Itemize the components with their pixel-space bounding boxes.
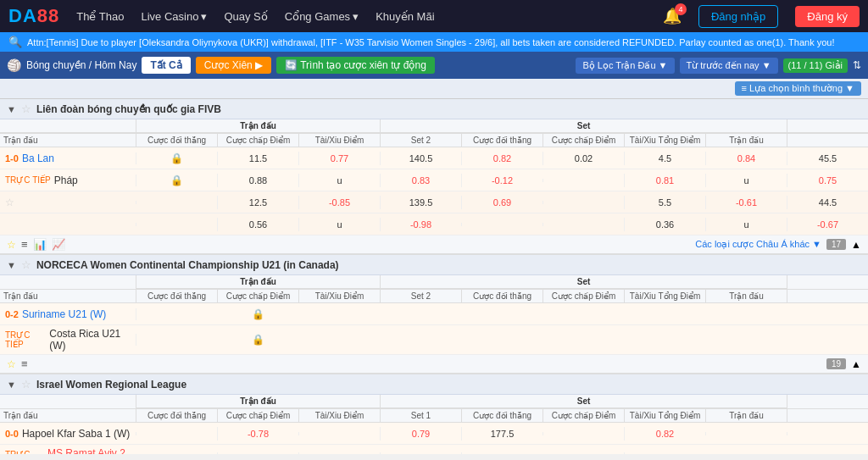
odds-v4-r4[interactable]: -0.98 <box>380 218 461 231</box>
col-empty-n <box>0 275 136 289</box>
footer-graph-icon-n[interactable]: ≡ <box>21 357 28 370</box>
nav-khuyen-mai[interactable]: Khuyến Mãi <box>376 10 434 23</box>
team2-name-i[interactable]: MS Ramat Aviv 2 (W) <box>47 447 131 454</box>
nav-quay-so[interactable]: Quay Số <box>224 10 267 23</box>
sub-tran-dau: Trận đấu <box>0 134 136 147</box>
match-row-costarica: TRỰC TIẾP Costa Rica U21 (W) 🔒 <box>0 325 868 355</box>
odds-v7-r1[interactable]: 4.5 <box>624 152 705 165</box>
odds-v3-i2[interactable]: 7.5 <box>298 452 380 454</box>
notification-bell[interactable]: 🔔 4 <box>663 7 682 25</box>
register-button[interactable]: Đăng ký <box>795 6 860 27</box>
sort-icon: ⇅ <box>853 59 861 71</box>
odds-v9-r1[interactable]: 45.5 <box>787 152 868 165</box>
odds-v5-i1[interactable]: 177.5 <box>461 427 542 441</box>
odds-v7-r3[interactable]: 5.5 <box>624 196 705 209</box>
league-name-israel: Israel Women Regional League <box>36 379 186 391</box>
odds-v8-r1[interactable]: 0.84 <box>705 152 787 165</box>
sub-tai-xiu-diem: Tài/Xiu Điểm <box>298 134 380 147</box>
odds-v4-r3[interactable]: 139.5 <box>380 196 461 209</box>
arrow-norceca[interactable]: ▲ <box>851 358 861 370</box>
league-star-fivb[interactable]: ☆ <box>21 103 31 115</box>
odds-v2-r3[interactable]: 12.5 <box>217 196 298 209</box>
odds-v5-r1[interactable]: 0.82 <box>461 152 542 165</box>
league-toggle-norceca[interactable]: ▼ <box>7 260 16 270</box>
match-row-3: ☆ 12.5 -0.85 139.5 0.69 5.5 -0.61 44.5 <box>0 191 868 213</box>
filter-tran-dau[interactable]: Bộ Lọc Trận Đấu ▼ <box>576 58 674 74</box>
odds-v2-r1[interactable]: 11.5 <box>217 152 298 165</box>
odds-v7-i2[interactable]: 0.79 <box>624 452 705 454</box>
more-bets-label[interactable]: Các loại cược Châu Á khác ▼ <box>695 239 821 250</box>
footer-chart-icon[interactable]: 📊 <box>33 238 47 251</box>
match-footer-fivb: ☆ ≡ 📊 📈 Các loại cược Châu Á khác ▼ 17 ▲ <box>0 236 868 255</box>
odds-v8-r4[interactable]: u <box>705 218 787 231</box>
odds-v8-r2[interactable]: u <box>705 174 787 187</box>
sub-set-tai-xiu: Tài/Xiu Tổng Điểm <box>624 134 705 147</box>
odds-blank-i5 <box>787 432 868 435</box>
nav-the-thao[interactable]: Thể Thao <box>76 10 124 23</box>
footer-star-norceca[interactable]: ☆ <box>7 358 16 370</box>
trinh-tao-button[interactable]: 🔄 Trình tạo cược xiên tự động <box>276 57 435 74</box>
odds-v3-r1[interactable]: 0.77 <box>298 152 380 165</box>
odds-v7-i1[interactable]: 0.82 <box>624 427 705 441</box>
odds-v6-r1[interactable]: 0.02 <box>542 152 624 165</box>
odds-blank-i2 <box>298 432 380 435</box>
league-toggle-fivb[interactable]: ▼ <box>7 104 16 114</box>
match-star-cell: ☆ <box>0 194 136 211</box>
group-tran-dau-n: Trận đấu <box>136 275 380 289</box>
team1-name-n[interactable]: Suriname U21 (W) <box>22 308 106 320</box>
col-header-israel: Trận đấu Set <box>0 395 868 409</box>
team1-name[interactable]: Ba Lan <box>22 152 54 164</box>
league-star-israel[interactable]: ☆ <box>21 378 31 391</box>
odds-v4-r1[interactable]: 140.5 <box>380 152 461 165</box>
chevron-down-icon: ▾ <box>201 10 207 23</box>
sub-cuoc-chap-diem: Cược chấp Điểm <box>217 134 298 147</box>
league-toggle-israel[interactable]: ▼ <box>7 380 16 390</box>
odds-v3-r3[interactable]: -0.85 <box>298 196 380 209</box>
odds-v9-r3[interactable]: 44.5 <box>787 196 868 209</box>
odds-v5-r2[interactable]: -0.12 <box>461 174 542 187</box>
odds-v2-i2[interactable]: 0.59 <box>217 452 298 454</box>
odds-v2-r4[interactable]: 0.56 <box>217 218 298 231</box>
odds-v9-r4[interactable]: -0.67 <box>787 218 868 231</box>
sub-tran-dau-sub: Trận đấu <box>705 134 787 147</box>
odds-v2-r2[interactable]: 0.88 <box>217 174 298 187</box>
odds-v3-r2[interactable]: u <box>298 174 380 187</box>
nav-cong-games[interactable]: Cổng Games ▾ <box>285 10 359 23</box>
header: DA88 Thể Thao Live Casino ▾ Quay Số Cổng… <box>0 0 868 32</box>
group-tran-dau-i: Trận đấu <box>136 395 380 408</box>
odds-v7-r2[interactable]: 0.81 <box>624 174 705 187</box>
lock-icon: 🔒 <box>170 152 183 164</box>
odds-v3-r4[interactable]: u <box>298 218 380 231</box>
cuoc-xien-button[interactable]: Cược Xiên ▶ <box>196 57 271 74</box>
sub-tran-dau-n: Trận đấu <box>0 290 136 302</box>
odds-v6-r2 <box>542 179 624 182</box>
view-select-button[interactable]: ≡ Lựa chọn bình thường ▼ <box>735 81 861 96</box>
footer-bar-icon[interactable]: 📈 <box>52 238 65 251</box>
nav-live-casino[interactable]: Live Casino ▾ <box>141 10 207 23</box>
login-button[interactable]: Đăng nhập <box>698 5 778 28</box>
footer-star-fivb[interactable]: ☆ <box>7 239 16 251</box>
odds-v2-i1[interactable]: -0.78 <box>217 427 298 441</box>
odds-v4-r2[interactable]: 0.83 <box>380 174 461 187</box>
filter-time[interactable]: Từ trước đến nay ▼ <box>680 58 778 74</box>
sub-set-tai-xiu-n: Tài/Xiu Tổng Điểm <box>624 290 705 302</box>
odds-v9-r2[interactable]: 0.75 <box>787 174 868 187</box>
odds-v7-r4[interactable]: 0.36 <box>624 218 705 231</box>
odds-v4-i2[interactable]: 0.86 <box>380 452 461 454</box>
odds-v8-r3[interactable]: -0.61 <box>705 196 787 209</box>
league-star-norceca[interactable]: ☆ <box>21 258 31 271</box>
alert-bar: 🔍 Attn:[Tennis] Due to player [Oleksandr… <box>0 32 868 52</box>
odds-v4-i1[interactable]: 0.79 <box>380 427 461 441</box>
match-info-n: 0-2 Suriname U21 (W) <box>0 306 136 323</box>
match-ba-lan: 1-0 Ba Lan 🔒 11.5 0.77 140.5 0.82 0.02 4… <box>0 147 868 236</box>
footer-graph-icon[interactable]: ≡ <box>21 238 28 251</box>
odds-v5-r3[interactable]: 0.69 <box>461 196 542 209</box>
sub-tai-xiu-i: Tài/Xiu Điểm <box>298 409 380 422</box>
sub-cuoc-i2: Cược chấp Điểm <box>217 409 298 422</box>
sub-set-cuoc-i2: Cược chấp Điểm <box>542 409 624 422</box>
tab-all[interactable]: Tất Cả <box>142 57 190 74</box>
odds-v5-i2[interactable]: u <box>461 452 542 454</box>
match-star[interactable]: ☆ <box>5 197 14 208</box>
match-row-1: 1-0 Ba Lan 🔒 11.5 0.77 140.5 0.82 0.02 4… <box>0 147 868 169</box>
more-bets-arrow[interactable]: ▲ <box>851 239 861 251</box>
